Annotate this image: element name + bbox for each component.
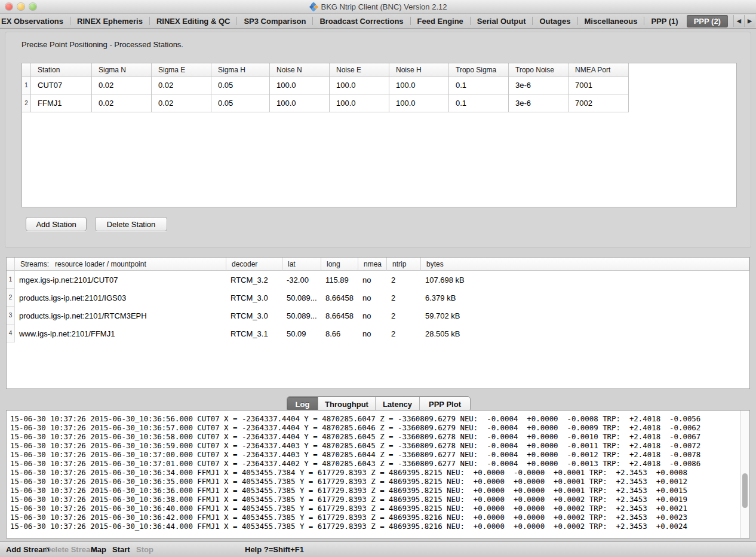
add-station-button[interactable]: Add Station <box>26 217 87 231</box>
column-header-ntrip[interactable]: ntrip <box>387 258 421 271</box>
bytes-cell[interactable]: 6.379 kB <box>421 289 749 307</box>
noise-n-cell[interactable]: 100.0 <box>270 94 330 112</box>
log-scrollbar-thumb[interactable] <box>742 473 748 508</box>
mountpoint-cell[interactable]: products.igs-ip.net:2101/IGS03 <box>15 289 226 307</box>
ntrip-cell[interactable]: 2 <box>387 271 421 289</box>
bytes-cell[interactable]: 28.505 kB <box>421 325 749 342</box>
column-header-sigma-e[interactable]: Sigma E <box>152 63 211 76</box>
nmea-cell[interactable]: no <box>358 307 387 325</box>
tab-sp3-comparison[interactable]: SP3 Comparison <box>237 15 312 27</box>
tab-scroll-right-icon[interactable]: ▶ <box>744 15 755 27</box>
long-cell[interactable]: 115.89 <box>321 271 358 289</box>
tab-log[interactable]: Log <box>287 397 318 411</box>
lat-cell[interactable]: 50.089... <box>282 307 321 325</box>
station-cell[interactable]: FFMJ1 <box>31 94 92 112</box>
tab-broadcast-corrections[interactable]: Broadcast Corrections <box>313 15 410 27</box>
mountpoint-cell[interactable]: products.igs-ip.net:2101/RTCM3EPH <box>15 307 226 325</box>
decoder-cell[interactable]: RTCM_3.0 <box>226 307 282 325</box>
tab-ppp-2[interactable]: PPP (2) <box>687 15 728 27</box>
log-line: 15-06-30 10:37:26 2015-06-30_10:36:59.00… <box>10 441 737 450</box>
long-cell[interactable]: 8.66 <box>321 325 358 342</box>
station-cell[interactable]: CUT07 <box>31 76 92 94</box>
noise-e-cell[interactable]: 100.0 <box>330 76 389 94</box>
start-button[interactable]: Start <box>112 542 130 557</box>
nmea-port-cell[interactable]: 7002 <box>568 94 629 112</box>
tab-latency[interactable]: Latency <box>376 397 420 411</box>
tropo-sigma-cell[interactable]: 0.1 <box>449 94 509 112</box>
lat-cell[interactable]: 50.089... <box>282 289 321 307</box>
help-shortcut-label: Help ?=Shift+F1 <box>245 542 304 557</box>
tab-rinex-ephemeris[interactable]: RINEX Ephemeris <box>70 15 149 27</box>
tab-rinex-observations[interactable]: EX Observations <box>0 15 70 27</box>
tab-rinex-editing-qc[interactable]: RINEX Editing & QC <box>150 15 237 27</box>
tab-throughput[interactable]: Throughput <box>318 397 376 411</box>
sigma-n-cell[interactable]: 0.02 <box>92 94 152 112</box>
sigma-n-cell[interactable]: 0.02 <box>92 76 152 94</box>
column-header-station[interactable]: Station <box>31 63 92 76</box>
nmea-cell[interactable]: no <box>358 325 387 342</box>
tropo-noise-cell[interactable]: 3e-6 <box>509 94 568 112</box>
noise-h-cell[interactable]: 100.0 <box>389 76 449 94</box>
tab-scroll-buttons: ◀ ▶ <box>733 15 755 27</box>
column-header-sigma-h[interactable]: Sigma H <box>211 63 270 76</box>
tab-ppp-plot[interactable]: PPP Plot <box>420 397 470 411</box>
row-number: 2 <box>7 289 15 307</box>
tropo-sigma-cell[interactable]: 0.1 <box>449 76 509 94</box>
mountpoint-cell[interactable]: mgex.igs-ip.net:2101/CUT07 <box>15 271 226 289</box>
tab-scroll-left-icon[interactable]: ◀ <box>733 15 744 27</box>
long-cell[interactable]: 8.66458 <box>321 289 358 307</box>
tropo-noise-cell[interactable]: 3e-6 <box>509 76 568 94</box>
log-line: 15-06-30 10:37:26 2015-06-30_10:36:42.00… <box>10 513 737 522</box>
add-stream-button[interactable]: Add Stream <box>6 542 50 557</box>
column-header-nmea-port[interactable]: NMEA Port <box>568 63 629 76</box>
sigma-h-cell[interactable]: 0.05 <box>211 94 270 112</box>
tab-feed-engine[interactable]: Feed Engine <box>411 15 470 27</box>
nmea-cell[interactable]: no <box>358 289 387 307</box>
column-header-nmea[interactable]: nmea <box>358 258 387 271</box>
decoder-cell[interactable]: RTCM_3.0 <box>226 289 282 307</box>
column-header-tropo-noise[interactable]: Tropo Noise <box>509 63 568 76</box>
sigma-e-cell[interactable]: 0.02 <box>152 76 211 94</box>
log-output[interactable]: 15-06-30 10:37:26 2015-06-30_10:36:56.00… <box>6 410 750 538</box>
row-number: 1 <box>7 271 15 289</box>
column-header-long[interactable]: long <box>321 258 358 271</box>
title-bar: BKG Ntrip Client (BNC) Version 2.12 <box>0 0 756 14</box>
noise-h-cell[interactable]: 100.0 <box>389 94 449 112</box>
ntrip-cell[interactable]: 2 <box>387 325 421 342</box>
tab-outages[interactable]: Outages <box>533 15 577 27</box>
tab-miscellaneous[interactable]: Miscellaneous <box>578 15 644 27</box>
sigma-h-cell[interactable]: 0.05 <box>211 76 270 94</box>
map-button[interactable]: Map <box>91 542 106 557</box>
delete-station-button[interactable]: Delete Station <box>95 217 167 231</box>
noise-n-cell[interactable]: 100.0 <box>270 76 330 94</box>
stop-button[interactable]: Stop <box>136 542 153 557</box>
column-header-noise-h[interactable]: Noise H <box>389 63 449 76</box>
nmea-cell[interactable]: no <box>358 271 387 289</box>
long-cell[interactable]: 8.66458 <box>321 307 358 325</box>
sigma-e-cell[interactable]: 0.02 <box>152 94 211 112</box>
lat-cell[interactable]: 50.09 <box>282 325 321 342</box>
column-header-noise-n[interactable]: Noise N <box>270 63 330 76</box>
column-header-lat[interactable]: lat <box>282 258 321 271</box>
bytes-cell[interactable]: 107.698 kB <box>421 271 749 289</box>
mountpoint-cell[interactable]: www.igs-ip.net:2101/FFMJ1 <box>15 325 226 342</box>
stations-corner-header <box>22 63 31 76</box>
tab-ppp-1[interactable]: PPP (1) <box>644 15 684 27</box>
nmea-port-cell[interactable]: 7001 <box>568 76 629 94</box>
ntrip-cell[interactable]: 2 <box>387 289 421 307</box>
delete-stream-button[interactable]: Delete Stream <box>45 542 97 557</box>
column-header-sigma-n[interactable]: Sigma N <box>92 63 152 76</box>
tab-serial-output[interactable]: Serial Output <box>471 15 533 27</box>
column-header-noise-e[interactable]: Noise E <box>330 63 389 76</box>
bytes-cell[interactable]: 59.702 kB <box>421 307 749 325</box>
decoder-cell[interactable]: RTCM_3.1 <box>226 325 282 342</box>
column-header-mountpoint[interactable]: Streams: resource loader / mountpoint <box>15 258 226 271</box>
column-header-bytes[interactable]: bytes <box>421 258 749 271</box>
log-scrollbar[interactable] <box>740 411 749 538</box>
ntrip-cell[interactable]: 2 <box>387 307 421 325</box>
lat-cell[interactable]: -32.00 <box>282 271 321 289</box>
column-header-decoder[interactable]: decoder <box>226 258 282 271</box>
column-header-tropo-sigma[interactable]: Tropo Sigma <box>449 63 509 76</box>
noise-e-cell[interactable]: 100.0 <box>330 94 389 112</box>
decoder-cell[interactable]: RTCM_3.2 <box>226 271 282 289</box>
